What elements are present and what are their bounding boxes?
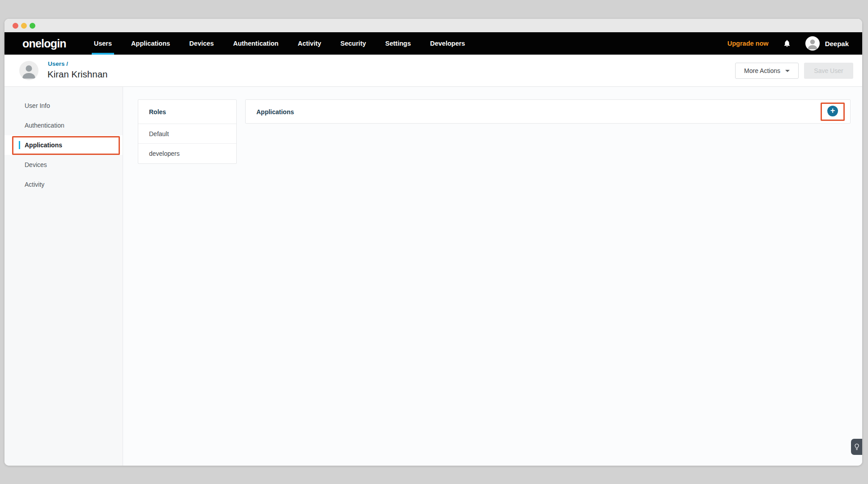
nav-item-applications[interactable]: Applications: [131, 32, 170, 55]
breadcrumb[interactable]: Users /: [48, 60, 68, 67]
roles-panel-title: Roles: [138, 100, 236, 124]
nav-item-devices[interactable]: Devices: [189, 32, 214, 55]
role-row-developers[interactable]: developers: [138, 144, 236, 163]
account-menu[interactable]: Deepak: [805, 36, 849, 51]
sidebar-item-applications[interactable]: Applications: [4, 135, 123, 155]
onelogin-logo[interactable]: onelogin: [22, 37, 66, 50]
role-row-default[interactable]: Default: [138, 124, 236, 144]
nav-item-users[interactable]: Users: [94, 32, 112, 55]
selected-indicator-bar: [19, 141, 20, 149]
more-actions-button[interactable]: More Actions: [735, 63, 799, 79]
nav-item-authentication[interactable]: Authentication: [233, 32, 279, 55]
nav-item-developers[interactable]: Developers: [430, 32, 465, 55]
more-actions-label: More Actions: [744, 67, 780, 74]
nav-menu: Users Applications Devices Authenticatio…: [94, 32, 465, 55]
zoom-window-icon[interactable]: [30, 23, 35, 29]
applications-panel-title: Applications: [246, 100, 850, 124]
user-avatar-icon: [805, 36, 820, 51]
upgrade-now-link[interactable]: Upgrade now: [728, 40, 769, 47]
nav-item-security[interactable]: Security: [340, 32, 366, 55]
page-title: Kiran Krishnan: [47, 69, 107, 80]
app-window: onelogin Users Applications Devices Auth…: [4, 19, 862, 466]
window-titlebar: [4, 19, 862, 32]
notifications-bell-icon[interactable]: [783, 39, 791, 48]
sidebar-item-user-info[interactable]: User Info: [4, 96, 123, 116]
page-header: [4, 55, 862, 87]
account-name: Deepak: [825, 40, 849, 47]
help-tab[interactable]: [851, 439, 862, 455]
sidebar-item-activity[interactable]: Activity: [4, 175, 123, 194]
top-navbar: onelogin Users Applications Devices Auth…: [4, 32, 862, 55]
add-application-button[interactable]: +: [827, 106, 838, 116]
profile-avatar-icon: [19, 61, 38, 80]
sidebar-item-authentication[interactable]: Authentication: [4, 116, 123, 135]
profile-sidebar: User Info Authentication Applications De…: [4, 87, 123, 466]
navbar-right: Upgrade now Deepak: [728, 36, 849, 51]
sidebar-item-label: Applications: [25, 141, 62, 149]
plus-icon: +: [830, 107, 835, 115]
nav-item-activity[interactable]: Activity: [298, 32, 321, 55]
nav-item-settings[interactable]: Settings: [385, 32, 411, 55]
sidebar-item-devices[interactable]: Devices: [4, 155, 123, 175]
close-window-icon[interactable]: [13, 23, 18, 29]
lightbulb-icon: [854, 443, 859, 450]
minimize-window-icon[interactable]: [21, 23, 27, 29]
save-user-button[interactable]: Save User: [804, 63, 853, 79]
roles-panel: Roles Default developers: [138, 99, 237, 164]
applications-panel: Applications: [245, 99, 851, 124]
chevron-down-icon: [785, 70, 790, 72]
